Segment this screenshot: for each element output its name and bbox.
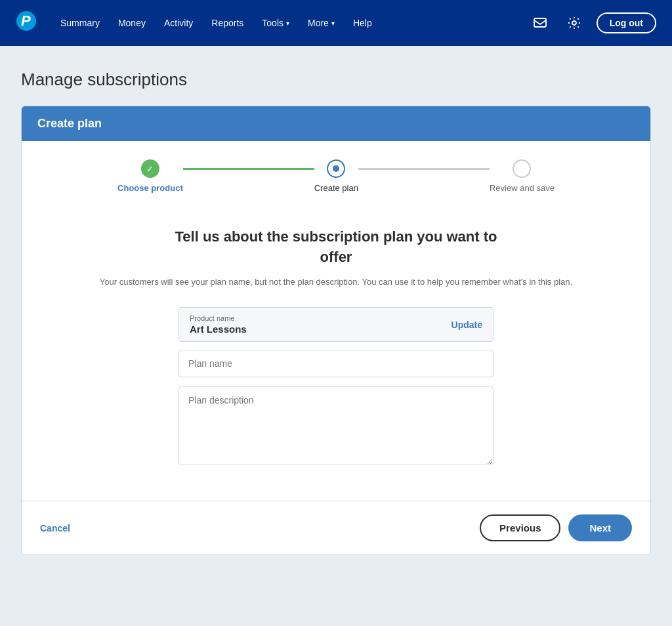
stepper-line-2: [358, 168, 490, 170]
footer-right-actions: Previous Next: [480, 514, 632, 541]
page-title: Manage subscriptions: [21, 70, 651, 90]
step-create-plan: Create plan: [314, 159, 358, 193]
step2-label: Create plan: [314, 183, 358, 193]
svg-rect-2: [534, 18, 546, 27]
step-review-save: Review and save: [490, 159, 555, 193]
plan-description-input[interactable]: [178, 386, 494, 465]
step3-label: Review and save: [490, 183, 555, 193]
card-header: Create plan: [22, 106, 650, 141]
step1-label: Choose product: [117, 183, 183, 193]
settings-icon-button[interactable]: [562, 11, 586, 35]
more-chevron-icon: ▾: [331, 20, 335, 27]
create-plan-card: Create plan ✓ Choose product Create plan: [21, 106, 651, 555]
step1-circle: ✓: [141, 159, 159, 178]
messages-icon-button[interactable]: [528, 11, 552, 35]
navbar: P Summary Money Activity Reports Tools ▾…: [0, 0, 672, 46]
product-name-value: Art Lessons: [190, 323, 247, 335]
paypal-logo: P: [16, 10, 37, 36]
nav-summary[interactable]: Summary: [52, 12, 108, 33]
product-name-box: Product name Art Lessons Update: [178, 307, 494, 342]
tools-chevron-icon: ▾: [286, 20, 289, 27]
step-choose-product: ✓ Choose product: [117, 159, 183, 193]
card-footer: Cancel Previous Next: [22, 501, 650, 554]
nav-right-actions: Log out: [528, 11, 656, 35]
svg-point-3: [572, 21, 576, 25]
stepper-line-1: [183, 168, 314, 170]
update-link[interactable]: Update: [452, 320, 482, 330]
cancel-button[interactable]: Cancel: [40, 523, 70, 533]
nav-money[interactable]: Money: [110, 12, 154, 33]
nav-reports[interactable]: Reports: [203, 12, 251, 33]
nav-more[interactable]: More ▾: [300, 12, 343, 33]
plan-name-input[interactable]: [178, 350, 494, 377]
svg-text:P: P: [21, 12, 31, 29]
next-button[interactable]: Next: [568, 514, 632, 541]
product-name-label: Product name: [190, 314, 247, 322]
step2-circle: [327, 159, 345, 178]
stepper: ✓ Choose product Create plan Review and …: [22, 141, 650, 206]
nav-help[interactable]: Help: [345, 12, 380, 33]
step3-circle: [513, 159, 531, 178]
nav-tools[interactable]: Tools ▾: [254, 12, 297, 33]
form-heading: Tell us about the subscription plan you …: [48, 227, 624, 268]
logout-button[interactable]: Log out: [597, 12, 656, 33]
card-header-title: Create plan: [37, 117, 102, 130]
main-container: Manage subscriptions Create plan ✓ Choos…: [8, 46, 664, 581]
step2-inner: [333, 165, 339, 172]
product-name-info: Product name Art Lessons: [190, 314, 247, 335]
previous-button[interactable]: Previous: [480, 514, 560, 541]
form-subtext: Your customers will see your plan name, …: [48, 276, 624, 289]
form-section: Tell us about the subscription plan you …: [22, 206, 650, 501]
nav-activity[interactable]: Activity: [156, 12, 201, 33]
nav-links: Summary Money Activity Reports Tools ▾ M…: [52, 12, 523, 33]
